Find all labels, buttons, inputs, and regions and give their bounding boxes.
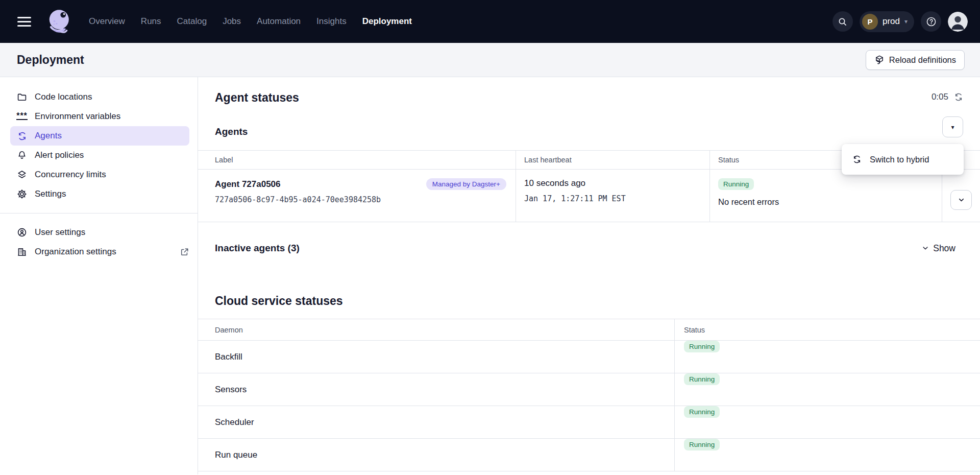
workspace-name: prod [883,16,900,27]
inactive-agents-row: Inactive agents (3) Show [198,243,980,254]
sidebar-item-user-settings[interactable]: User settings [0,223,198,242]
nav-catalog[interactable]: Catalog [177,16,207,27]
agent-name[interactable]: Agent 727a0506 [215,179,281,189]
table-row: Sensors Running [198,373,980,406]
sidebar-divider [0,213,198,213]
bell-icon [17,150,27,160]
heartbeat-relative: 10 seconds ago [524,178,709,188]
nav-overview[interactable]: Overview [89,16,125,27]
primary-nav: Overview Runs Catalog Jobs Automation In… [89,16,412,27]
sidebar-item-code-locations[interactable]: Code locations [0,87,198,107]
topbar-right-cluster: P prod ▾ [832,11,968,32]
inactive-agents-heading: Inactive agents (3) [215,243,300,254]
sidebar-item-organization-settings[interactable]: Organization settings [0,242,198,262]
agent-icon [852,155,862,164]
user-icon [17,227,27,238]
help-icon[interactable] [921,11,941,32]
agent-status-cell: Running No recent errors [709,170,942,222]
page-title: Deployment [17,53,84,67]
user-avatar[interactable] [948,12,968,32]
table-row: Scheduler Running [198,406,980,439]
menu-item-label: Switch to hybrid [870,155,929,164]
building-icon [17,247,27,257]
gear-icon [17,189,27,199]
column-header-status: Status [674,319,980,341]
deployment-main-panel: Agent statuses 0:05 Agents ▾ Label Last … [198,77,980,474]
daemon-name: Run queue [215,450,257,460]
status-badge: Running [684,406,720,418]
sidebar-item-label: Settings [35,189,66,199]
reload-definitions-label: Reload definitions [889,55,956,65]
dagster-logo-icon[interactable] [46,8,74,35]
agents-actions-dropdown-button[interactable]: ▾ [942,116,963,137]
folder-icon [17,92,27,102]
show-label: Show [933,243,955,254]
managed-badge: Managed by Dagster+ [426,178,506,190]
agent-icon [17,131,27,141]
search-icon[interactable] [832,11,853,32]
table-row: Run queue Running [198,439,980,471]
layers-icon [17,170,27,180]
chevron-down-icon: ▾ [904,18,908,25]
expand-row-button[interactable] [950,190,972,210]
external-link-icon [180,247,189,257]
workspace-avatar: P [862,14,878,30]
top-navigation-bar: Overview Runs Catalog Jobs Automation In… [0,0,980,43]
sidebar-item-settings[interactable]: Settings [0,184,198,204]
sidebar-item-agents[interactable]: Agents [10,126,189,146]
refresh-countdown: 0:05 [932,92,963,102]
hamburger-menu-icon[interactable] [17,11,38,32]
show-inactive-toggle[interactable]: Show [922,243,955,254]
sidebar-item-environment-variables[interactable]: *** Environment variables [0,107,198,126]
agent-label-cell: Agent 727a0506 Managed by Dagster+ 727a0… [198,170,516,222]
agent-heartbeat-cell: 10 seconds ago Jan 17, 1:27:11 PM EST [516,170,709,222]
status-badge: Running [684,439,720,450]
nav-deployment[interactable]: Deployment [362,16,412,27]
sidebar-item-label: User settings [35,227,85,238]
agent-row-actions-cell [942,170,980,222]
status-note: No recent errors [718,197,942,207]
caret-down-icon: ▾ [951,124,954,131]
sidebar-item-label: Alert policies [35,150,84,160]
nav-jobs[interactable]: Jobs [223,16,241,27]
workspace-switcher[interactable]: P prod ▾ [860,11,914,32]
chevron-down-icon [958,196,965,204]
chevron-down-icon [922,245,929,252]
sidebar-item-label: Code locations [35,92,92,102]
status-badge: Running [684,341,720,352]
sidebar-item-label: Agents [35,131,62,141]
daemon-name: Scheduler [215,417,254,428]
sidebar-item-alert-policies[interactable]: Alert policies [0,146,198,165]
agent-table-row: Agent 727a0506 Managed by Dagster+ 727a0… [198,170,980,222]
reload-cube-icon [874,55,885,65]
column-header-last-heartbeat: Last heartbeat [516,151,709,170]
cloud-services-table-header: Daemon Status [198,319,980,341]
sidebar-item-label: Environment variables [35,111,120,122]
countdown-value: 0:05 [932,92,948,102]
status-badge: Running [684,373,720,385]
cloud-service-statuses-title: Cloud service statuses [198,294,980,308]
agents-heading: Agents [198,126,980,137]
sidebar-item-concurrency-limits[interactable]: Concurrency limits [0,165,198,184]
nav-runs[interactable]: Runs [141,16,161,27]
page-header: Deployment Reload definitions [0,43,980,77]
menu-item-switch-to-hybrid[interactable]: Switch to hybrid [842,144,964,175]
env-vars-icon: *** [17,111,27,122]
heartbeat-timestamp: Jan 17, 1:27:11 PM EST [524,194,709,203]
nav-automation[interactable]: Automation [257,16,301,27]
daemon-name: Sensors [215,385,247,395]
status-badge: Running [718,178,754,190]
refresh-icon[interactable] [954,92,963,102]
deployment-sidebar: Code locations *** Environment variables… [0,77,198,474]
sidebar-item-label: Organization settings [35,247,116,257]
table-row: Backfill Running [198,341,980,373]
sidebar-item-label: Concurrency limits [35,170,106,180]
daemon-name: Backfill [215,352,242,362]
nav-insights[interactable]: Insights [316,16,347,27]
reload-definitions-button[interactable]: Reload definitions [866,50,965,70]
column-header-daemon: Daemon [198,319,674,341]
agents-dropdown-menu: Switch to hybrid [842,144,964,175]
agent-statuses-title: Agent statuses [198,91,980,105]
column-header-label: Label [198,151,516,170]
agent-uuid: 727a0506-8c97-4b95-a024-70ee3984258b [215,195,516,204]
